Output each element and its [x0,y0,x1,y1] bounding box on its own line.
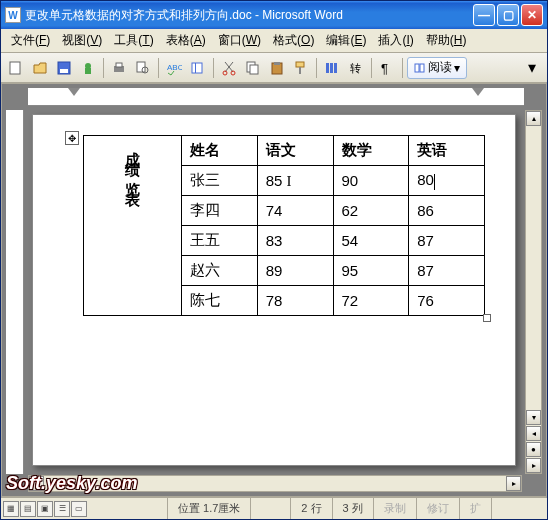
table-cell[interactable]: 72 [333,286,409,316]
reading-view-button[interactable]: ▭ [71,501,87,517]
table-cell[interactable]: 74 [257,196,333,226]
open-button[interactable] [29,57,51,79]
svg-rect-6 [116,63,122,67]
print-view-button[interactable]: ▣ [37,501,53,517]
browse-object-button[interactable]: ● [526,442,541,457]
page[interactable]: ✥ 成绩一览表 姓名 语文 数学 英语 张三85 I9080 李四746286 … [32,114,516,466]
scroll-left-button[interactable]: ◂ [29,476,44,491]
title-bar[interactable]: W 更改单元格数据的对齐方式和排列方向.doc - Microsoft Word… [1,1,547,29]
reading-layout-button[interactable]: 阅读▾ [407,57,467,79]
status-bar: ▦ ▤ ▣ ☰ ▭ 位置 1.7厘米 2 行 3 列 录制 修订 扩 [1,497,547,519]
outline-view-button[interactable]: ☰ [54,501,70,517]
save-button[interactable] [53,57,75,79]
window-title: 更改单元格数据的对齐方式和排列方向.doc - Microsoft Word [25,7,473,24]
table-header-row: 成绩一览表 姓名 语文 数学 英语 [84,136,485,166]
spell-button[interactable]: ABC [163,57,185,79]
svg-rect-2 [60,69,68,73]
table-cell[interactable]: 87 [409,226,485,256]
table-cell[interactable]: 95 [333,256,409,286]
menu-a[interactable]: 表格(A) [160,30,212,51]
svg-rect-17 [274,62,280,65]
table-cell[interactable]: 王五 [182,226,258,256]
close-button[interactable]: ✕ [521,4,543,26]
permission-button[interactable] [77,57,99,79]
menu-h[interactable]: 帮助(H) [420,30,473,51]
table-cell[interactable]: 76 [409,286,485,316]
app-icon: W [5,7,21,23]
status-ext: 扩 [460,498,492,519]
table-cell[interactable]: 90 [333,166,409,196]
menu-e[interactable]: 编辑(E) [320,30,372,51]
scroll-down-button[interactable]: ▾ [526,410,541,425]
menu-w[interactable]: 窗口(W) [212,30,267,51]
svg-rect-15 [250,65,258,74]
menu-o[interactable]: 格式(O) [267,30,320,51]
table-wrapper: ✥ 成绩一览表 姓名 语文 数学 英语 张三85 I9080 李四746286 … [83,135,485,316]
copy-button[interactable] [242,57,264,79]
table-header-cell[interactable]: 数学 [333,136,409,166]
svg-rect-26 [420,64,424,72]
menu-f[interactable]: 文件(F) [5,30,56,51]
chinese-layout-button[interactable]: 转 [345,57,367,79]
table-title-cell[interactable]: 成绩一览表 [84,136,182,316]
horizontal-ruler[interactable] [28,88,524,106]
table-cell[interactable]: 54 [333,226,409,256]
prev-page-button[interactable]: ◂ [526,426,541,441]
document-table[interactable]: 成绩一览表 姓名 语文 数学 英语 张三85 I9080 李四746286 王五… [83,135,485,316]
vertical-ruler[interactable] [6,110,24,474]
status-column: 3 列 [333,498,374,519]
table-cell[interactable]: 78 [257,286,333,316]
menu-t[interactable]: 工具(T) [108,30,159,51]
status-rec: 录制 [374,498,417,519]
vertical-scrollbar[interactable]: ▴ ▾ ◂ ● ▸ [525,110,542,474]
menu-v[interactable]: 视图(V) [56,30,108,51]
scroll-right-button[interactable]: ▸ [506,476,521,491]
scroll-up-button[interactable]: ▴ [526,111,541,126]
table-cell[interactable]: 80 [409,166,485,196]
word-window: W 更改单元格数据的对齐方式和排列方向.doc - Microsoft Word… [0,0,548,520]
table-cell[interactable]: 张三 [182,166,258,196]
table-cell[interactable]: 87 [409,256,485,286]
svg-rect-21 [330,63,333,73]
insertion-cursor [434,174,435,190]
document-area: ✥ 成绩一览表 姓名 语文 数学 英语 张三85 I9080 李四746286 … [1,83,547,497]
new-button[interactable] [5,57,27,79]
preview-button[interactable] [132,57,154,79]
web-view-button[interactable]: ▤ [20,501,36,517]
status-rev: 修订 [417,498,460,519]
cut-button[interactable] [218,57,240,79]
table-cell[interactable]: 陈七 [182,286,258,316]
table-header-cell[interactable]: 姓名 [182,136,258,166]
columns-button[interactable] [321,57,343,79]
menu-bar: 文件(F)视图(V)工具(T)表格(A)窗口(W)格式(O)编辑(E)插入(I)… [1,29,547,53]
svg-text:转: 转 [350,62,361,74]
paragraph-button[interactable]: ¶ [376,57,398,79]
status-misc [88,498,168,519]
format-painter-button[interactable] [290,57,312,79]
table-header-cell[interactable]: 英语 [409,136,485,166]
table-cell[interactable]: 赵六 [182,256,258,286]
table-cell[interactable]: 85 I [257,166,333,196]
normal-view-button[interactable]: ▦ [3,501,19,517]
table-header-cell[interactable]: 语文 [257,136,333,166]
toolbar: ABC 转 ¶ 阅读▾ ▾ [1,53,547,83]
svg-rect-0 [10,62,20,74]
table-move-handle[interactable]: ✥ [65,131,79,145]
paste-button[interactable] [266,57,288,79]
research-button[interactable] [187,57,209,79]
minimize-button[interactable]: — [473,4,495,26]
horizontal-scrollbar[interactable]: ◂ ▸ [28,475,522,492]
table-cell[interactable]: 83 [257,226,333,256]
table-resize-handle[interactable] [483,314,491,322]
status-position: 位置 1.7厘米 [168,498,251,519]
toolbar-options-button[interactable]: ▾ [521,57,543,79]
table-cell[interactable]: 李四 [182,196,258,226]
next-page-button[interactable]: ▸ [526,458,541,473]
table-cell[interactable]: 89 [257,256,333,286]
print-button[interactable] [108,57,130,79]
maximize-button[interactable]: ▢ [497,4,519,26]
menu-i[interactable]: 插入(I) [372,30,419,51]
table-cell[interactable]: 86 [409,196,485,226]
table-cell[interactable]: 62 [333,196,409,226]
status-line: 2 行 [291,498,332,519]
